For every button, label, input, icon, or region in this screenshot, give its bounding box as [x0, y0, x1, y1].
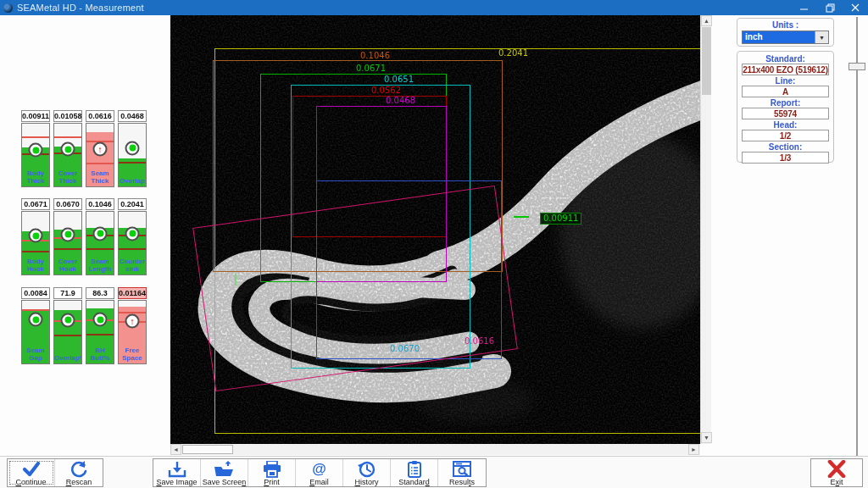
gauge-limit-line — [86, 248, 114, 250]
gauge-bar: Body Thick — [21, 123, 50, 187]
gauge-cover-hook: 0.0670Cover Hook — [53, 198, 82, 275]
standard-label: Standard: — [742, 54, 829, 64]
maximize-button[interactable] — [817, 0, 843, 15]
units-box: Units : inch ▼ — [737, 18, 834, 47]
gauge-value: 0.0671 — [21, 198, 50, 210]
exit-x-icon — [826, 460, 847, 478]
gauge-bar: BH Butt% — [86, 300, 114, 364]
line-value: A — [742, 86, 829, 97]
scroll-down-icon[interactable]: ▼ — [701, 432, 712, 443]
measurement-label: 0.0671 — [356, 64, 386, 74]
gauge-value: 0.0670 — [53, 198, 82, 210]
gauge-bar: Counter sink — [118, 211, 147, 275]
gauge-value: 0.1046 — [86, 198, 114, 210]
gauge-white-zone — [86, 301, 114, 308]
scroll-up-icon[interactable]: ▲ — [701, 15, 712, 26]
rescan-button[interactable]: Rescan — [55, 459, 103, 486]
measurement-label: 0.2041 — [498, 48, 528, 58]
gauge-bar: Cover Thick — [53, 123, 82, 187]
history-button[interactable]: History — [343, 459, 391, 486]
minimize-button[interactable] — [792, 0, 817, 15]
gauge-label: Counter sink — [119, 258, 146, 274]
gauge-body-thick: 0.00911Body Thick — [21, 110, 50, 187]
save-screen-button[interactable]: Save Screen — [201, 459, 248, 486]
gauge-row-2: 0.0671Body Hook0.0670Cover Hook0.1046Sea… — [21, 198, 147, 275]
measurement-label: 0.0562 — [371, 86, 401, 96]
head-value: 1/2 — [742, 130, 829, 141]
gauge-bar: Seam Gap — [21, 300, 50, 364]
bottom-toolbar: Continue Rescan Save Image Save Screen P… — [0, 456, 868, 488]
report-value: 55974 — [742, 108, 829, 119]
gauge-panel: 0.00911Body Thick0.01058Cover Thick0.061… — [21, 110, 147, 375]
gauge-counter-sink: 0.2041Counter sink — [118, 198, 147, 275]
gauge-seam-length: 0.1046Seam Length — [86, 198, 114, 275]
units-selected-value: inch — [743, 31, 815, 43]
measurement-label: 0.0651 — [384, 75, 414, 85]
seametal-window: SEAMetal HD - Measurement 0.00911Body Th… — [0, 0, 868, 488]
gauge-row-3: 0.0084Seam Gap71.9Overlap%86.3BH Butt%0.… — [21, 287, 147, 364]
gauge-overlap: 0.0468Overlap — [118, 110, 147, 187]
gauge-indicator-dot-icon — [125, 226, 140, 241]
gauge-white-zone — [86, 212, 114, 228]
email-button[interactable]: @ Email — [296, 459, 343, 486]
standard-button[interactable]: Standard — [391, 459, 438, 486]
gauge-cover-thick: 0.01058Cover Thick — [53, 110, 82, 187]
gauge-label: Cover Hook — [54, 258, 81, 274]
gauge-bar: Cover Hook — [53, 211, 82, 275]
units-dropdown[interactable]: inch ▼ — [742, 30, 829, 44]
measurement-label: 0.00911 — [540, 213, 581, 225]
zoom-slider[interactable] — [849, 17, 865, 463]
continue-button[interactable]: Continue — [8, 459, 55, 486]
gauge-limit-line — [54, 136, 81, 138]
canvas-overlays: 0.10460.20410.06710.06510.05620.04680.00… — [170, 15, 700, 444]
measurement-label: 0.0670 — [390, 344, 420, 354]
exit-button[interactable]: Exit — [811, 459, 862, 486]
chevron-down-icon[interactable]: ▼ — [815, 31, 828, 43]
gauge-bar: ↑Free Space — [118, 300, 147, 364]
canvas-horizontal-scrollbar[interactable]: ◄ ► — [170, 444, 700, 455]
gauge-limit-line — [119, 162, 146, 164]
slider-thumb[interactable] — [849, 63, 865, 70]
gauge-label: Seam Thick — [86, 170, 114, 186]
gauge-indicator-dot-icon — [93, 226, 108, 241]
gauge-bar: ↑Seam Thick — [86, 123, 114, 187]
results-button[interactable]: Results — [438, 459, 486, 486]
canvas-vertical-scrollbar[interactable]: ▲ ▼ — [700, 15, 711, 444]
gauge-label: Overlap% — [54, 355, 81, 363]
check-icon — [20, 460, 42, 478]
save-image-button[interactable]: Save Image — [153, 459, 201, 486]
gauge-indicator-arrow-up-icon: ↑ — [93, 142, 108, 157]
standard-value: 211x400 EZO (519612) — [742, 64, 829, 75]
close-button[interactable] — [843, 0, 868, 15]
gauge-white-zone — [22, 301, 49, 309]
measurement-canvas[interactable]: 0.10460.20410.06710.06510.05620.04680.00… — [170, 15, 700, 444]
gauge-value: 0.0616 — [86, 110, 114, 122]
gauge-value: 0.01164 — [118, 287, 147, 299]
gauge-label: Seam Gap — [22, 347, 49, 363]
gauge-limit-line — [119, 248, 146, 250]
gauge-row-1: 0.00911Body Thick0.01058Cover Thick0.061… — [21, 110, 147, 187]
printer-icon — [262, 460, 282, 478]
section-label: Section: — [742, 142, 829, 152]
gauge-seam-thick: 0.0616↑Seam Thick — [86, 110, 114, 187]
vertical-scroll-thumb[interactable] — [702, 27, 711, 95]
gauge-label: BH Butt% — [86, 347, 114, 363]
email-at-icon: @ — [312, 460, 326, 478]
clipboard-icon — [406, 460, 423, 478]
gauge-bar: Overlap — [118, 123, 147, 187]
measurement-label: 0.0468 — [386, 96, 415, 106]
gauge-indicator-dot-icon — [93, 313, 108, 327]
gauge-white-zone — [119, 301, 146, 307]
gauge-white-zone — [54, 301, 81, 310]
overlay-rect — [514, 216, 529, 218]
gauge-limit-line — [22, 136, 49, 138]
gauge-limit-line — [86, 334, 114, 336]
measurement-label: 0.1046 — [360, 51, 390, 61]
horizontal-scroll-thumb[interactable] — [182, 445, 233, 454]
scroll-right-icon[interactable]: ► — [688, 444, 699, 455]
gauge-bar: Overlap% — [53, 300, 82, 364]
scroll-left-icon[interactable]: ◄ — [170, 444, 181, 455]
print-button[interactable]: Print — [248, 459, 296, 486]
gauge-value: 0.01058 — [53, 110, 82, 122]
overlay-rect — [235, 274, 236, 286]
